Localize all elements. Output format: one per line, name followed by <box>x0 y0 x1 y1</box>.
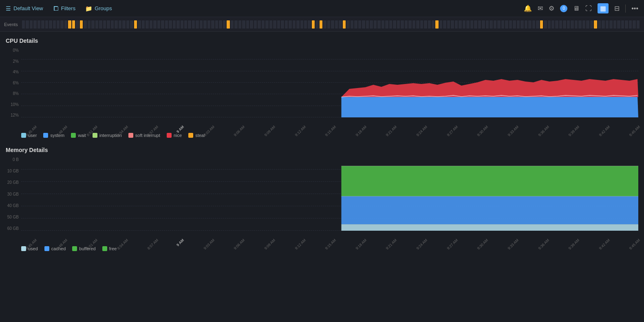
event-cell-151 <box>606 20 609 29</box>
monitor-button[interactable]: 🖥 <box>573 5 580 12</box>
event-cell-133 <box>536 20 539 29</box>
event-cell-158 <box>633 20 635 29</box>
event-cell-59 <box>250 20 253 29</box>
cpu-xlabel-14 <box>168 125 170 128</box>
event-cell-18 <box>91 20 94 29</box>
cpu-xlabels: 8:45 AM8:48 AM8:51 AM8:54 AM8:57 AM9 AM9… <box>21 125 638 130</box>
badge-button[interactable]: 0 <box>560 5 567 12</box>
cpu-xlabel-56 <box>589 125 591 128</box>
event-cell-2 <box>30 20 33 29</box>
mem-svg <box>21 157 638 231</box>
legend-nice-label: nice <box>174 133 182 138</box>
event-cell-104 <box>424 20 427 29</box>
cpu-xlabel-32 <box>345 125 348 128</box>
event-cell-102 <box>416 20 419 29</box>
legend-soft-interrupt: soft interrupt <box>128 133 160 138</box>
event-cell-118 <box>478 20 481 29</box>
mem-xlabel-25 <box>279 238 282 241</box>
event-cell-119 <box>482 20 485 29</box>
event-cell-123 <box>497 20 500 29</box>
cpu-xlabel-41 <box>437 125 439 128</box>
cpu-xlabel-7 <box>101 125 104 128</box>
mem-xlabel-1 <box>40 238 43 241</box>
cpu-xlabel-22 <box>248 125 251 128</box>
legend-wait-label: wait <box>78 133 86 138</box>
event-cell-131 <box>528 20 531 29</box>
mem-free-rect <box>341 166 638 196</box>
event-cell-121 <box>490 20 492 29</box>
event-cell-46 <box>200 20 203 29</box>
nav-divider <box>625 4 626 13</box>
cpu-chart-area <box>21 48 638 117</box>
mem-xlabel-23 <box>254 238 257 241</box>
event-cell-86 <box>354 20 357 29</box>
mem-xlabel-37 <box>400 238 403 241</box>
event-cell-24 <box>115 20 117 29</box>
list-icon: ☰ <box>6 5 11 12</box>
cpu-xlabel-34 <box>370 125 373 128</box>
event-cell-79 <box>327 20 330 29</box>
cpu-xlabel-59 <box>619 125 622 128</box>
y-label-0: 12% <box>6 113 21 117</box>
event-cell-0 <box>22 20 25 29</box>
more-button[interactable]: ••• <box>631 5 638 12</box>
cpu-xlabel-29 <box>315 125 318 128</box>
event-cell-105 <box>428 20 431 29</box>
mem-cached-rect <box>341 196 638 224</box>
groups-nav[interactable]: 📁 Groups <box>85 5 112 12</box>
event-cell-73 <box>304 20 307 29</box>
event-cell-68 <box>285 20 288 29</box>
cpu-xlabel-50 <box>528 125 531 128</box>
legend-steal: steal <box>188 133 205 138</box>
mem-xlabel-28 <box>309 238 312 241</box>
event-cell-67 <box>281 20 284 29</box>
memory-section: Memory Details 60 GB 50 GB 40 GB 30 GB 2… <box>0 141 644 254</box>
event-cell-143 <box>575 20 578 29</box>
event-cell-112 <box>455 20 458 29</box>
cpu-nice-area <box>341 79 638 97</box>
event-cell-42 <box>184 20 187 29</box>
mem-xlabel-44 <box>467 238 470 241</box>
cpu-xlabel-13 <box>162 125 165 128</box>
mem-xlabel-10 <box>132 238 135 241</box>
event-cell-127 <box>513 20 516 29</box>
mem-xlabel-13 <box>162 238 165 241</box>
event-cell-8 <box>53 20 56 29</box>
event-cell-109 <box>443 20 446 29</box>
filter-icon: ⧠ <box>53 5 59 12</box>
event-cell-3 <box>33 20 36 29</box>
mail-button[interactable]: ✉ <box>538 4 543 12</box>
event-cell-75 <box>312 20 315 29</box>
event-cell-62 <box>262 20 265 29</box>
event-cell-82 <box>339 20 342 29</box>
bell-button[interactable]: 🔔 <box>524 4 532 12</box>
event-cell-156 <box>625 20 628 29</box>
mem-xlabel-19 <box>218 238 221 241</box>
event-cell-93 <box>382 20 384 29</box>
event-cell-27 <box>126 20 129 29</box>
event-cell-15 <box>80 20 83 29</box>
mem-xlabel-14 <box>168 238 170 241</box>
expand-button[interactable]: ⛶ <box>585 5 592 12</box>
groups-label: Groups <box>95 5 112 11</box>
mem-xlabel-40 <box>431 238 434 241</box>
event-cell-38 <box>169 20 172 29</box>
legend-cached: cached <box>44 246 66 251</box>
event-cell-56 <box>238 20 241 29</box>
filters-nav[interactable]: ⧠ Filters <box>53 5 75 12</box>
split-view-button[interactable]: ⊟ <box>614 4 620 12</box>
event-cell-97 <box>397 20 400 29</box>
grid-view-button[interactable]: ▦ <box>598 3 609 13</box>
event-cell-26 <box>122 20 125 29</box>
default-view-nav[interactable]: ☰ Default View <box>6 5 43 12</box>
event-cell-35 <box>157 20 160 29</box>
y-label-3: 6% <box>6 81 21 85</box>
event-cell-153 <box>613 20 616 29</box>
settings-button[interactable]: ⚙ <box>549 4 554 12</box>
mem-xlabel-20 <box>224 238 227 241</box>
cpu-xlabel-1 <box>40 125 43 128</box>
event-cell-52 <box>223 20 226 29</box>
mem-xlabel-50 <box>528 238 531 241</box>
event-cell-53 <box>227 20 229 29</box>
event-cell-65 <box>273 20 276 29</box>
